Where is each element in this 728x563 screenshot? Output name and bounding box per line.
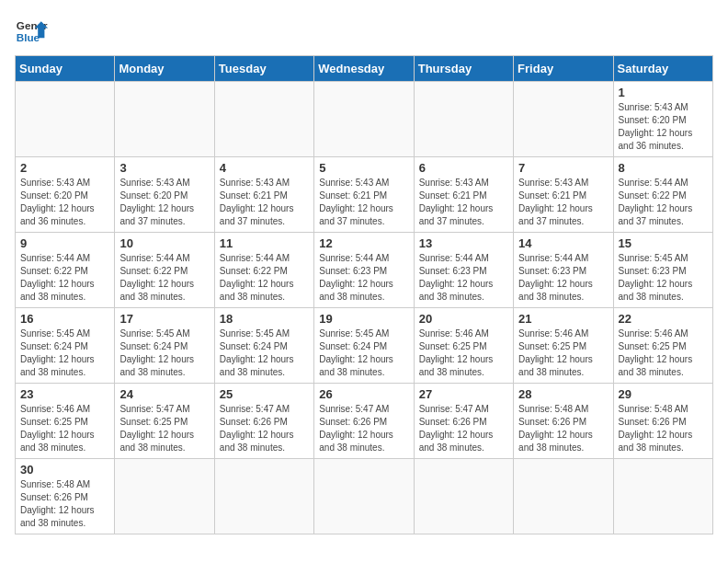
day-number: 19 — [319, 312, 408, 326]
calendar-cell: 20Sunrise: 5:46 AMSunset: 6:25 PMDayligh… — [414, 308, 513, 384]
calendar-cell: 22Sunrise: 5:46 AMSunset: 6:25 PMDayligh… — [613, 308, 712, 384]
day-number: 30 — [20, 463, 109, 477]
calendar-cell — [16, 82, 115, 157]
calendar-cell: 18Sunrise: 5:45 AMSunset: 6:24 PMDayligh… — [214, 308, 313, 384]
day-info: Sunrise: 5:44 AMSunset: 6:22 PMDaylight:… — [20, 252, 109, 304]
calendar-cell: 19Sunrise: 5:45 AMSunset: 6:24 PMDayligh… — [314, 308, 414, 384]
day-info: Sunrise: 5:45 AMSunset: 6:23 PMDaylight:… — [619, 252, 708, 304]
calendar-cell: 21Sunrise: 5:46 AMSunset: 6:25 PMDayligh… — [514, 308, 613, 384]
day-number: 15 — [619, 236, 708, 250]
day-number: 4 — [220, 161, 309, 175]
weekday-header-friday: Friday — [514, 56, 613, 82]
day-number: 26 — [319, 387, 408, 401]
calendar-cell — [414, 459, 513, 534]
day-number: 29 — [619, 387, 708, 401]
day-number: 27 — [419, 387, 508, 401]
day-info: Sunrise: 5:43 AMSunset: 6:21 PMDaylight:… — [419, 177, 508, 228]
day-number: 20 — [419, 312, 508, 326]
day-number: 22 — [619, 312, 708, 326]
calendar-cell: 17Sunrise: 5:45 AMSunset: 6:24 PMDayligh… — [115, 308, 214, 384]
calendar-cell: 25Sunrise: 5:47 AMSunset: 6:26 PMDayligh… — [214, 384, 313, 459]
day-info: Sunrise: 5:47 AMSunset: 6:26 PMDaylight:… — [319, 403, 408, 454]
calendar-cell: 7Sunrise: 5:43 AMSunset: 6:21 PMDaylight… — [514, 157, 613, 233]
weekday-header-thursday: Thursday — [414, 56, 513, 82]
day-info: Sunrise: 5:45 AMSunset: 6:24 PMDaylight:… — [319, 327, 408, 379]
day-number: 9 — [20, 236, 109, 250]
day-number: 8 — [619, 161, 708, 175]
day-info: Sunrise: 5:45 AMSunset: 6:24 PMDaylight:… — [220, 327, 309, 379]
day-info: Sunrise: 5:43 AMSunset: 6:20 PMDaylight:… — [619, 101, 708, 153]
weekday-header-monday: Monday — [115, 56, 214, 82]
day-info: Sunrise: 5:46 AMSunset: 6:25 PMDaylight:… — [419, 327, 508, 379]
day-number: 23 — [20, 387, 109, 401]
calendar-cell: 15Sunrise: 5:45 AMSunset: 6:23 PMDayligh… — [613, 233, 712, 308]
calendar-cell: 26Sunrise: 5:47 AMSunset: 6:26 PMDayligh… — [314, 384, 414, 459]
calendar-cell: 30Sunrise: 5:48 AMSunset: 6:26 PMDayligh… — [16, 459, 115, 534]
day-number: 6 — [419, 161, 508, 175]
day-info: Sunrise: 5:43 AMSunset: 6:20 PMDaylight:… — [20, 177, 109, 228]
calendar-cell: 3Sunrise: 5:43 AMSunset: 6:20 PMDaylight… — [115, 157, 214, 233]
day-number: 17 — [119, 312, 209, 326]
calendar-cell: 29Sunrise: 5:48 AMSunset: 6:26 PMDayligh… — [613, 384, 712, 459]
day-number: 5 — [319, 161, 408, 175]
day-info: Sunrise: 5:44 AMSunset: 6:23 PMDaylight:… — [518, 252, 608, 304]
calendar-cell — [115, 459, 214, 534]
day-info: Sunrise: 5:43 AMSunset: 6:21 PMDaylight:… — [319, 177, 408, 228]
day-number: 12 — [319, 236, 408, 250]
day-info: Sunrise: 5:44 AMSunset: 6:22 PMDaylight:… — [619, 177, 708, 228]
day-number: 14 — [518, 236, 608, 250]
weekday-header-wednesday: Wednesday — [314, 56, 414, 82]
logo: General Blue — [15, 15, 48, 48]
weekday-header-tuesday: Tuesday — [214, 56, 313, 82]
calendar-cell — [115, 82, 214, 157]
day-info: Sunrise: 5:44 AMSunset: 6:22 PMDaylight:… — [220, 252, 309, 304]
calendar-cell: 6Sunrise: 5:43 AMSunset: 6:21 PMDaylight… — [414, 157, 513, 233]
day-info: Sunrise: 5:47 AMSunset: 6:25 PMDaylight:… — [119, 403, 209, 454]
svg-text:Blue: Blue — [17, 31, 40, 43]
day-info: Sunrise: 5:45 AMSunset: 6:24 PMDaylight:… — [119, 327, 209, 379]
calendar-cell: 11Sunrise: 5:44 AMSunset: 6:22 PMDayligh… — [214, 233, 313, 308]
header: General Blue — [15, 15, 713, 48]
calendar-cell — [414, 82, 513, 157]
calendar-cell: 12Sunrise: 5:44 AMSunset: 6:23 PMDayligh… — [314, 233, 414, 308]
calendar-cell: 28Sunrise: 5:48 AMSunset: 6:26 PMDayligh… — [514, 384, 613, 459]
day-info: Sunrise: 5:44 AMSunset: 6:22 PMDaylight:… — [119, 252, 209, 304]
calendar-cell: 13Sunrise: 5:44 AMSunset: 6:23 PMDayligh… — [414, 233, 513, 308]
calendar-cell: 24Sunrise: 5:47 AMSunset: 6:25 PMDayligh… — [115, 384, 214, 459]
day-info: Sunrise: 5:46 AMSunset: 6:25 PMDaylight:… — [20, 403, 109, 454]
day-number: 7 — [518, 161, 608, 175]
day-number: 11 — [220, 236, 309, 250]
calendar-cell: 8Sunrise: 5:44 AMSunset: 6:22 PMDaylight… — [613, 157, 712, 233]
day-number: 2 — [20, 161, 109, 175]
day-info: Sunrise: 5:48 AMSunset: 6:26 PMDaylight:… — [518, 403, 608, 454]
day-number: 3 — [119, 161, 209, 175]
calendar-cell — [214, 82, 313, 157]
calendar-cell: 5Sunrise: 5:43 AMSunset: 6:21 PMDaylight… — [314, 157, 414, 233]
calendar-cell — [314, 82, 414, 157]
day-number: 24 — [119, 387, 209, 401]
day-info: Sunrise: 5:47 AMSunset: 6:26 PMDaylight:… — [419, 403, 508, 454]
day-info: Sunrise: 5:45 AMSunset: 6:24 PMDaylight:… — [20, 327, 109, 379]
day-number: 28 — [518, 387, 608, 401]
day-info: Sunrise: 5:46 AMSunset: 6:25 PMDaylight:… — [518, 327, 608, 379]
day-number: 21 — [518, 312, 608, 326]
day-info: Sunrise: 5:44 AMSunset: 6:23 PMDaylight:… — [419, 252, 508, 304]
calendar-cell — [214, 459, 313, 534]
calendar-cell — [613, 459, 712, 534]
day-info: Sunrise: 5:48 AMSunset: 6:26 PMDaylight:… — [619, 403, 708, 454]
day-number: 16 — [20, 312, 109, 326]
day-info: Sunrise: 5:43 AMSunset: 6:21 PMDaylight:… — [220, 177, 309, 228]
calendar-cell: 14Sunrise: 5:44 AMSunset: 6:23 PMDayligh… — [514, 233, 613, 308]
calendar-cell — [514, 459, 613, 534]
day-number: 18 — [220, 312, 309, 326]
calendar-cell: 4Sunrise: 5:43 AMSunset: 6:21 PMDaylight… — [214, 157, 313, 233]
day-info: Sunrise: 5:47 AMSunset: 6:26 PMDaylight:… — [220, 403, 309, 454]
day-number: 13 — [419, 236, 508, 250]
calendar-cell: 10Sunrise: 5:44 AMSunset: 6:22 PMDayligh… — [115, 233, 214, 308]
calendar-cell: 2Sunrise: 5:43 AMSunset: 6:20 PMDaylight… — [16, 157, 115, 233]
day-info: Sunrise: 5:43 AMSunset: 6:20 PMDaylight:… — [119, 177, 209, 228]
calendar-cell — [514, 82, 613, 157]
calendar-cell — [314, 459, 414, 534]
weekday-header-saturday: Saturday — [613, 56, 712, 82]
calendar-cell: 23Sunrise: 5:46 AMSunset: 6:25 PMDayligh… — [16, 384, 115, 459]
